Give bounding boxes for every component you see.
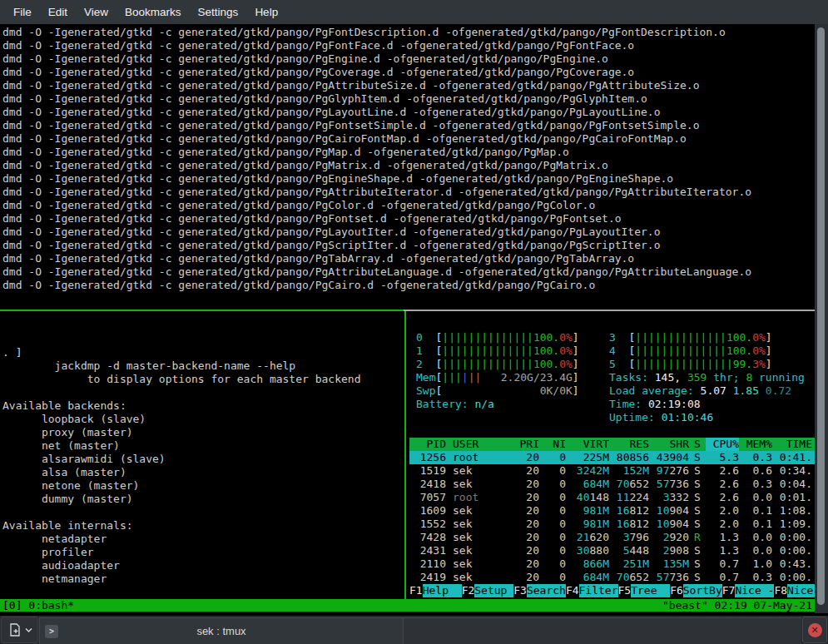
process-row[interactable]: 1552sek200981M1681210904S2.00.11:09. xyxy=(409,518,815,531)
function-key-button[interactable]: F8Nice + xyxy=(774,584,815,597)
menu-item[interactable]: Help xyxy=(246,6,286,18)
tab-bar: > sek : tmux ✕ xyxy=(0,616,828,644)
col-mem[interactable]: MEM% xyxy=(739,438,772,451)
process-row[interactable]: 2418sek200684M7065257736S2.60.30:04. xyxy=(409,478,815,491)
process-row[interactable]: 2110sek200866M251M135MS0.71.00:43. xyxy=(409,557,815,571)
function-key-button[interactable]: F1Help xyxy=(409,584,462,597)
process-row[interactable]: 2431sek2003088054482908S1.30.00:00. xyxy=(409,544,815,557)
cpu-meter: 1 [||||||||||||||100.0%] xyxy=(416,344,609,358)
process-table: PID USER PRI NI VIRT RES SHR S CPU% MEM%… xyxy=(409,438,815,584)
col-state[interactable]: S xyxy=(689,438,706,451)
process-row[interactable]: 2419sek200684M7065257736S0.70.30:00. xyxy=(409,571,815,584)
htop-meters: 0 [||||||||||||||100.0%] 1 [||||||||||||… xyxy=(409,331,815,424)
close-icon: ✕ xyxy=(808,623,822,637)
shell-pane[interactable]: . ] jackdmp -d master-backend-name --hel… xyxy=(0,311,404,599)
tmux-window-list[interactable]: [0] 0:bash* xyxy=(2,599,74,612)
konsole-window: File Edit View Bookmarks Settings Help d… xyxy=(0,0,828,644)
function-key-button[interactable]: F3Search xyxy=(513,584,566,597)
process-table-header: PID USER PRI NI VIRT RES SHR S CPU% MEM%… xyxy=(409,438,815,451)
htop-pane[interactable]: 0 [||||||||||||||100.0%] 1 [||||||||||||… xyxy=(406,311,815,599)
col-ni[interactable]: NI xyxy=(539,438,566,451)
terminal-icon: > xyxy=(45,625,58,638)
load-average-line: Load average: 5.07 1.85 0.72 xyxy=(609,384,815,398)
menu-item[interactable]: Edit xyxy=(40,6,76,18)
col-shr[interactable]: SHR xyxy=(649,438,689,451)
cpu-meter: 4 [||||||||||||||100.0%] xyxy=(609,344,815,358)
cpu-meter: 0 [||||||||||||||100.0%] xyxy=(416,331,609,344)
terminal-scrollbar[interactable] xyxy=(815,24,828,613)
function-key-button[interactable]: F2Setup xyxy=(462,584,514,597)
swap-meter: Swp[ 0K/0K] xyxy=(416,384,609,398)
new-tab-icon xyxy=(7,622,22,637)
battery-line: Battery: n/a xyxy=(416,398,609,411)
memory-meter: Mem[|||||| 2.20G/23.4G] xyxy=(416,371,609,384)
col-cpu-sorted[interactable]: CPU% xyxy=(706,438,739,451)
cpu-meter: 3 [||||||||||||||100.0%] xyxy=(609,331,815,344)
col-res[interactable]: RES xyxy=(609,438,649,451)
tab-label: sek : tmux xyxy=(58,625,384,637)
jackd-output: . ] jackdmp -d master-backend-name --hel… xyxy=(2,346,404,599)
function-key-button[interactable]: F7Nice - xyxy=(722,584,775,597)
col-user[interactable]: USER xyxy=(446,438,513,451)
function-key-button[interactable]: F5Tree xyxy=(618,584,671,597)
tmux-status-bar: [0] 0:bash* "beast" 02:19 07-May-21 xyxy=(0,599,815,612)
build-output-pane[interactable]: dmd -O -Igenerated/gtkd -c generated/gtk… xyxy=(0,24,815,310)
tab-bar-empty-area xyxy=(404,617,801,644)
cpu-meter: 5 [|||||||||||||||99.3%] xyxy=(609,358,815,371)
menubar: File Edit View Bookmarks Settings Help xyxy=(0,0,828,24)
menu-item[interactable]: View xyxy=(76,6,117,18)
time-line: Time: 02:19:08 xyxy=(609,398,815,411)
tasks-line: Tasks: 145, 359 thr; 8 running xyxy=(609,371,815,384)
terminal-view[interactable]: dmd -O -Igenerated/gtkd -c generated/gtk… xyxy=(0,24,828,616)
function-key-button[interactable]: F6SortBy xyxy=(670,584,722,597)
menu-item[interactable]: Bookmarks xyxy=(117,6,190,18)
process-row[interactable]: 1256root200225M8085643904S5.30.30:41. xyxy=(409,451,815,464)
col-time[interactable]: TIME xyxy=(772,438,812,451)
col-pri[interactable]: PRI xyxy=(513,438,539,451)
tab-sek-tmux[interactable]: > sek : tmux xyxy=(39,617,404,644)
tmux-status-right: "beast" 02:19 07-May-21 xyxy=(662,599,812,612)
cpu-meter: 2 [||||||||||||||100.0%] xyxy=(416,358,609,371)
function-key-button[interactable]: F4Filter xyxy=(566,584,618,597)
col-pid[interactable]: PID xyxy=(409,438,446,451)
process-row[interactable]: 7428sek2002162037962920R1.30.00:00. xyxy=(409,531,815,544)
uptime-line: Uptime: 01:10:46 xyxy=(609,411,815,424)
close-tab-button[interactable]: ✕ xyxy=(802,617,827,643)
process-row[interactable]: 7057root20040148112243332S2.60.00:01. xyxy=(409,491,815,504)
htop-function-keys: F1Help F2Setup F3Search F4Filter F5Tree … xyxy=(409,584,815,597)
menu-item[interactable]: File xyxy=(5,6,40,18)
chevron-down-icon xyxy=(25,627,32,633)
tmux-session: dmd -O -Igenerated/gtkd -c generated/gtk… xyxy=(0,24,815,616)
process-row[interactable]: 1519sek2003242M152M97276S2.60.60:34. xyxy=(409,464,815,478)
scrollbar-thumb[interactable] xyxy=(817,27,825,605)
col-virt[interactable]: VIRT xyxy=(566,438,609,451)
process-row[interactable]: 1609sek200981M1681210904S2.00.11:08. xyxy=(409,504,815,518)
menu-item[interactable]: Settings xyxy=(190,6,247,18)
new-tab-button[interactable] xyxy=(1,617,38,643)
